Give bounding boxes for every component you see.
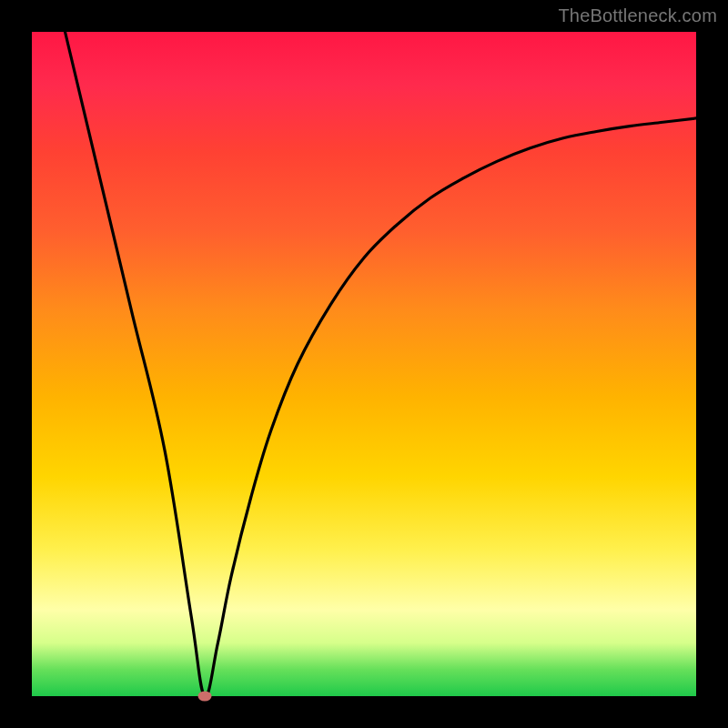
plot-area: [32, 32, 696, 696]
minimum-marker: [197, 692, 211, 702]
bottleneck-curve: [32, 32, 696, 696]
chart-frame: TheBottleneck.com: [0, 0, 728, 728]
watermark-label: TheBottleneck.com: [558, 5, 717, 26]
